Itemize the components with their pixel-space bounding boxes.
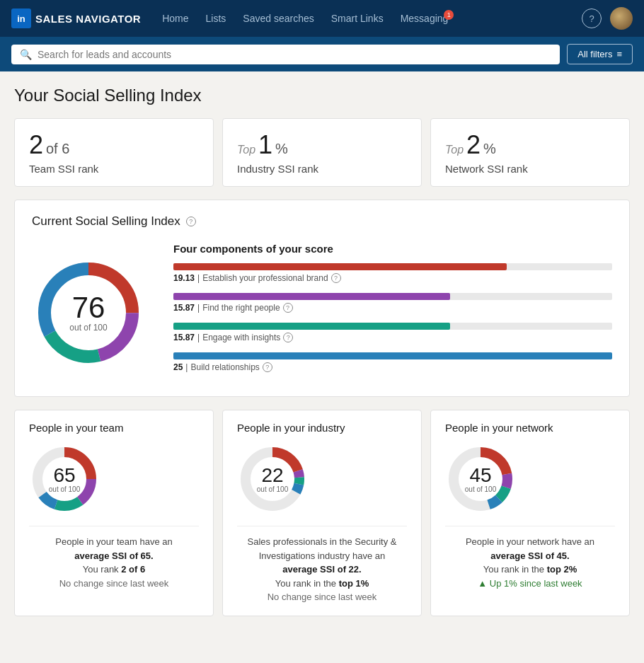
- bar-people: 15.87 | Find the right people ?: [173, 293, 612, 313]
- bar-insights-label: 15.87 | Engage with insights ?: [173, 333, 612, 342]
- team-ssi-card: 2 of 6 Team SSI rank: [14, 118, 214, 187]
- bar-brand: 19.13 | Establish your professional bran…: [173, 263, 612, 283]
- bar-insights-track: [173, 323, 612, 330]
- industry-card: People in your industry 22 out of 100: [222, 410, 422, 616]
- bar-relationships-label: 25 | Build relationships ?: [173, 362, 612, 372]
- avatar[interactable]: [610, 7, 633, 30]
- nav-saved-searches[interactable]: Saved searches: [236, 8, 321, 28]
- team-change: No change since last week: [29, 577, 199, 591]
- insights-help-icon[interactable]: ?: [283, 333, 293, 342]
- current-ssi-card: Current Social Selling Index ?: [14, 200, 630, 397]
- network-ssi-label: Network SSI rank: [445, 163, 615, 175]
- nav-logo[interactable]: in SALES NAVIGATOR: [11, 8, 141, 28]
- industry-score-sub: out of 100: [257, 485, 288, 493]
- all-filters-button[interactable]: All filters ≡: [567, 44, 633, 64]
- team-divider: [29, 526, 199, 526]
- network-donut-row: 45 out of 100: [445, 444, 615, 514]
- industry-donut: 22 out of 100: [237, 444, 308, 514]
- network-divider: [445, 526, 615, 526]
- team-card-title: People in your team: [29, 422, 199, 434]
- industry-ssi-label: Industry SSI rank: [237, 163, 407, 175]
- network-change: ▲ Up 1% since last week: [445, 577, 615, 591]
- search-icon: 🔍: [20, 49, 32, 60]
- ssi-help-icon[interactable]: ?: [186, 217, 196, 226]
- network-donut: 45 out of 100: [445, 444, 516, 514]
- ssi-bars: Four components of your score 19.13 | Es…: [173, 243, 612, 382]
- bar-people-label: 15.87 | Find the right people ?: [173, 303, 612, 313]
- team-ssi-label: Team SSI rank: [29, 163, 199, 175]
- ssi-score-center: 76 out of 100: [69, 293, 107, 333]
- page-content: Your Social Selling Index 2 of 6 Team SS…: [0, 71, 644, 630]
- help-icon[interactable]: ?: [582, 8, 602, 28]
- team-score-sub: out of 100: [49, 485, 80, 493]
- team-score-center: 65 out of 100: [49, 466, 80, 493]
- page-title: Your Social Selling Index: [14, 86, 630, 105]
- team-card: People in your team 65 out of 100: [14, 410, 214, 616]
- bar-insights: 15.87 | Engage with insights ?: [173, 323, 612, 342]
- network-score-sub: out of 100: [465, 485, 496, 493]
- ssi-body: 76 out of 100 Four components of your sc…: [32, 243, 612, 382]
- bar-relationships-fill: [173, 352, 612, 359]
- network-ssi-card: Top 2 % Network SSI rank: [430, 118, 630, 187]
- nav-home[interactable]: Home: [155, 8, 195, 28]
- ssi-score-number: 76: [69, 293, 107, 323]
- nav-lists[interactable]: Lists: [199, 8, 234, 28]
- navbar: in SALES NAVIGATOR Home Lists Saved sear…: [0, 0, 644, 37]
- network-card-title: People in your network: [445, 422, 615, 434]
- team-card-text: People in your team have an average SSI …: [29, 535, 199, 590]
- industry-score: 22: [257, 466, 288, 485]
- filter-icon: ≡: [616, 49, 622, 59]
- bar-insights-fill: [173, 323, 450, 330]
- industry-change: No change since last week: [237, 590, 407, 604]
- relationships-help-icon[interactable]: ?: [263, 362, 272, 372]
- team-ssi-number: 2 of 6: [29, 130, 199, 160]
- ssi-bars-title: Four components of your score: [173, 243, 612, 255]
- bar-brand-fill: [173, 263, 507, 270]
- brand-name: SALES NAVIGATOR: [35, 13, 141, 25]
- network-card-text: People in your network have an average S…: [445, 535, 615, 590]
- nav-smart-links[interactable]: Smart Links: [324, 8, 391, 28]
- industry-divider: [237, 526, 407, 526]
- search-bar: 🔍 All filters ≡: [0, 37, 644, 71]
- messaging-badge: 1: [444, 10, 454, 20]
- team-donut-row: 65 out of 100: [29, 444, 199, 514]
- ssi-score-sub: out of 100: [69, 323, 107, 333]
- industry-donut-row: 22 out of 100: [237, 444, 407, 514]
- bar-people-track: [173, 293, 612, 300]
- network-card: People in your network 45 out of 100: [430, 410, 630, 616]
- ssi-donut: 76 out of 100: [32, 256, 145, 369]
- industry-ssi-card: Top 1 % Industry SSI rank: [222, 118, 422, 187]
- bar-brand-label: 19.13 | Establish your professional bran…: [173, 273, 612, 283]
- industry-card-title: People in your industry: [237, 422, 407, 434]
- network-score-center: 45 out of 100: [465, 466, 496, 493]
- linkedin-logo-icon: in: [11, 8, 31, 28]
- network-score: 45: [465, 466, 496, 485]
- brand-help-icon[interactable]: ?: [331, 273, 341, 283]
- bottom-cards: People in your team 65 out of 100: [14, 410, 630, 616]
- nav-messaging[interactable]: Messaging 1: [393, 8, 456, 28]
- people-help-icon[interactable]: ?: [283, 303, 293, 313]
- search-input-wrap: 🔍: [11, 45, 560, 64]
- bar-people-fill: [173, 293, 450, 300]
- network-ssi-number: Top 2 %: [445, 130, 615, 160]
- industry-score-center: 22 out of 100: [257, 466, 288, 493]
- nav-right: ?: [582, 7, 633, 30]
- team-score: 65: [49, 466, 80, 485]
- current-ssi-title: Current Social Selling Index ?: [32, 214, 612, 229]
- search-input[interactable]: [38, 49, 551, 60]
- bar-brand-track: [173, 263, 612, 270]
- team-donut: 65 out of 100: [29, 444, 100, 514]
- industry-card-text: Sales professionals in the Security & In…: [237, 535, 407, 604]
- nav-links: Home Lists Saved searches Smart Links Me…: [155, 8, 455, 28]
- industry-ssi-number: Top 1 %: [237, 130, 407, 160]
- bar-relationships-track: [173, 352, 612, 359]
- bar-relationships: 25 | Build relationships ?: [173, 352, 612, 372]
- avatar-image: [610, 7, 633, 30]
- rank-cards: 2 of 6 Team SSI rank Top 1 % Industry SS…: [14, 118, 630, 187]
